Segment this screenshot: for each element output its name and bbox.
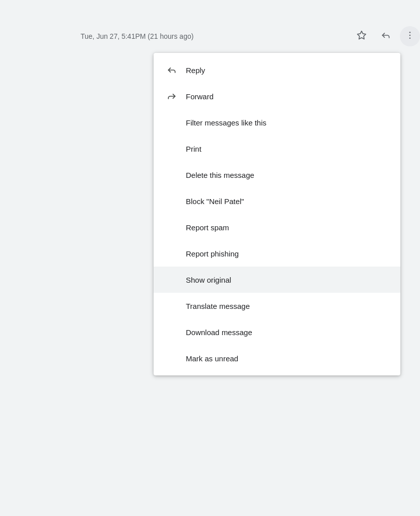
menu-label-filter: Filter messages like this (186, 118, 266, 127)
menu-label-print: Print (186, 145, 201, 153)
reply-menu-icon (166, 65, 178, 75)
context-menu: Reply Forward Filter messages like this … (154, 53, 400, 375)
menu-label-reply: Reply (186, 66, 205, 75)
reply-icon (381, 30, 391, 43)
svg-marker-0 (358, 31, 366, 39)
menu-label-show-original: Show original (186, 276, 231, 284)
menu-item-forward[interactable]: Forward (154, 83, 400, 109)
menu-label-translate: Translate message (186, 302, 250, 310)
svg-point-3 (409, 37, 411, 39)
menu-label-download: Download message (186, 328, 252, 337)
menu-item-show-original[interactable]: Show original (154, 267, 400, 293)
menu-label-report-spam: Report spam (186, 223, 229, 232)
menu-item-report-spam[interactable]: Report spam (154, 214, 400, 240)
email-timestamp: Tue, Jun 27, 5:41PM (21 hours ago) (81, 32, 347, 40)
menu-item-download[interactable]: Download message (154, 319, 400, 345)
menu-item-mark-unread[interactable]: Mark as unread (154, 345, 400, 371)
menu-item-print[interactable]: Print (154, 136, 400, 162)
star-button[interactable] (352, 26, 372, 46)
menu-item-filter[interactable]: Filter messages like this (154, 109, 400, 136)
star-icon (357, 30, 367, 43)
menu-label-delete: Delete this message (186, 171, 254, 179)
svg-point-2 (409, 34, 411, 36)
menu-item-translate[interactable]: Translate message (154, 293, 400, 319)
menu-item-block[interactable]: Block "Neil Patel" (154, 188, 400, 214)
menu-label-mark-unread: Mark as unread (186, 354, 238, 363)
reply-button[interactable] (376, 26, 396, 46)
svg-point-1 (409, 31, 411, 32)
more-options-button[interactable] (400, 26, 420, 46)
email-header: Tue, Jun 27, 5:41PM (21 hours ago) (81, 26, 420, 46)
menu-item-report-phishing[interactable]: Report phishing (154, 240, 400, 267)
menu-label-block: Block "Neil Patel" (186, 197, 244, 206)
more-vert-icon (405, 30, 415, 43)
menu-item-reply[interactable]: Reply (154, 57, 400, 83)
menu-label-report-phishing: Report phishing (186, 249, 239, 258)
menu-item-delete[interactable]: Delete this message (154, 162, 400, 188)
menu-label-forward: Forward (186, 92, 214, 101)
forward-menu-icon (166, 91, 178, 101)
